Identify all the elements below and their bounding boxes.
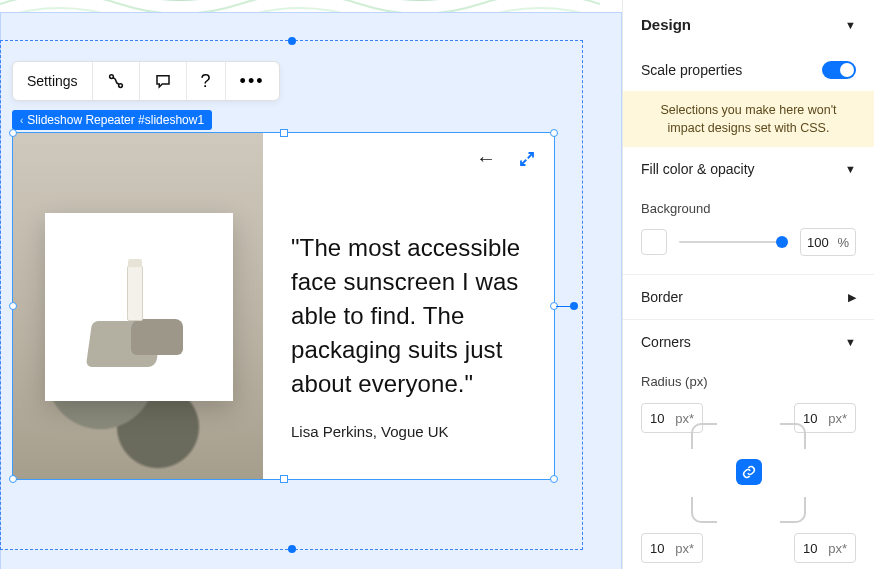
card-image: [13, 133, 263, 479]
resize-handle-bottom[interactable]: [288, 545, 296, 553]
comments-icon: [154, 72, 172, 90]
chevron-down-icon: ▼: [845, 336, 856, 348]
opacity-unit: %: [837, 235, 849, 250]
corners-section-header[interactable]: Corners ▼: [623, 319, 874, 364]
corners-controls: Radius (px) 10 px* 10 px* 10 px* 10 px*: [623, 364, 874, 569]
connect-data-button[interactable]: [92, 62, 139, 100]
design-section-header[interactable]: Design ▼: [623, 0, 874, 49]
selection-breadcrumb[interactable]: ‹ Slideshow Repeater #slideshow1: [12, 110, 212, 130]
design-panel: Design ▼ Scale properties Selections you…: [622, 0, 874, 569]
selection-breadcrumb-label: Slideshow Repeater #slideshow1: [27, 113, 204, 127]
fill-section-header[interactable]: Fill color & opacity ▼: [623, 147, 874, 191]
more-icon: •••: [240, 71, 265, 92]
radius-input-br[interactable]: 10 px*: [794, 533, 856, 563]
fill-section-title: Fill color & opacity: [641, 161, 755, 177]
toggle-knob: [840, 63, 854, 77]
comments-button[interactable]: [139, 62, 186, 100]
link-corners-button[interactable]: [736, 459, 762, 485]
corners-section-title: Corners: [641, 334, 691, 350]
resize-handle-top[interactable]: [288, 37, 296, 45]
background-label: Background: [641, 201, 856, 216]
link-icon: [741, 464, 757, 480]
corner-bracket-br: [780, 497, 806, 523]
resize-handle-nw[interactable]: [9, 129, 17, 137]
chevron-right-icon: ▶: [848, 291, 856, 304]
resize-handle-extend-e[interactable]: [570, 302, 578, 310]
radius-value-tl: 10: [650, 411, 664, 426]
resize-handle-sw[interactable]: [9, 475, 17, 483]
editor-canvas[interactable]: Settings ? ••• ‹ Slidesh: [0, 0, 622, 569]
arrow-left-icon[interactable]: ←: [476, 147, 496, 170]
corner-bracket-tr: [780, 423, 806, 449]
border-section-title: Border: [641, 289, 683, 305]
radius-input-bl[interactable]: 10 px*: [641, 533, 703, 563]
svg-point-1: [118, 84, 122, 88]
radius-value-br: 10: [803, 541, 817, 556]
opacity-slider[interactable]: [679, 232, 788, 252]
css-override-note: Selections you make here won't impact de…: [623, 91, 874, 147]
slideshow-card[interactable]: ← "The most accessible face sunscreen I …: [13, 133, 554, 479]
resize-handle-w[interactable]: [9, 302, 17, 310]
resize-handle-n[interactable]: [280, 129, 288, 137]
radius-value-bl: 10: [650, 541, 664, 556]
svg-point-0: [109, 75, 113, 79]
background-row: Background: [623, 191, 874, 220]
resize-handle-s[interactable]: [280, 475, 288, 483]
background-color-swatch[interactable]: [641, 229, 667, 255]
expand-icon: [518, 150, 536, 168]
design-section-title: Design: [641, 16, 691, 33]
radius-value-tr: 10: [803, 411, 817, 426]
corner-bracket-bl: [691, 497, 717, 523]
product-image: [45, 213, 233, 401]
more-button[interactable]: •••: [225, 62, 279, 100]
radius-label: Radius (px): [641, 374, 856, 389]
element-toolbar: Settings ? •••: [12, 61, 280, 101]
card-body: ← "The most accessible face sunscreen I …: [263, 133, 554, 479]
expand-button[interactable]: [516, 148, 538, 170]
resize-handle-ne[interactable]: [550, 129, 558, 137]
help-icon: ?: [201, 71, 211, 92]
scale-properties-label: Scale properties: [641, 62, 742, 78]
quote-byline: Lisa Perkins, Vogue UK: [291, 423, 528, 440]
help-button[interactable]: ?: [186, 62, 225, 100]
canvas-scrollbar[interactable]: [608, 0, 622, 569]
chevron-down-icon: ▼: [845, 163, 856, 175]
opacity-input[interactable]: 100 %: [800, 228, 856, 256]
settings-label: Settings: [27, 73, 78, 89]
radius-unit: px*: [675, 411, 694, 426]
scale-properties-row: Scale properties: [623, 49, 874, 91]
radius-unit: px*: [828, 541, 847, 556]
chevron-left-icon: ‹: [20, 115, 23, 126]
border-section-header[interactable]: Border ▶: [623, 274, 874, 319]
chevron-down-icon: ▼: [845, 19, 856, 31]
connect-data-icon: [107, 72, 125, 90]
scale-properties-toggle[interactable]: [822, 61, 856, 79]
radius-unit: px*: [828, 411, 847, 426]
resize-handle-se[interactable]: [550, 475, 558, 483]
opacity-value: 100: [807, 235, 829, 250]
radius-unit: px*: [675, 541, 694, 556]
quote-text: "The most accessible face sunscreen I wa…: [291, 231, 528, 401]
selection-frame: ← "The most accessible face sunscreen I …: [12, 132, 555, 480]
slider-thumb[interactable]: [776, 236, 788, 248]
settings-button[interactable]: Settings: [13, 62, 92, 100]
corner-bracket-tl: [691, 423, 717, 449]
